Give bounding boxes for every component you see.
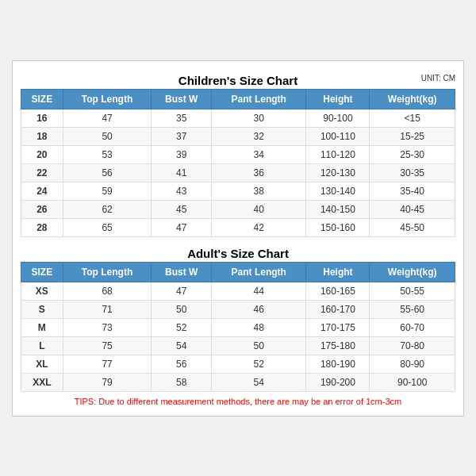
table-cell: S [21,300,63,318]
adult-title: Adult's Size Chart [187,247,289,260]
table-cell: 68 [63,282,152,300]
adult-col-bust-w: Bust W [152,262,212,282]
table-row: 18503732100-11015-25 [21,127,455,145]
table-cell: 70-80 [370,336,455,355]
table-cell: 40-45 [370,200,455,218]
table-cell: 24 [21,182,63,200]
children-col-bust-w: Bust W [152,89,212,109]
children-header-row: SIZE Top Length Bust W Pant Length Heigh… [21,89,455,109]
table-cell: 32 [212,127,306,145]
children-col-weight: Weight(kg) [370,89,455,109]
children-col-top-length: Top Length [63,89,152,109]
table-cell: 20 [21,145,63,163]
table-cell: 56 [152,355,212,373]
adult-header-row: SIZE Top Length Bust W Pant Length Heigh… [21,262,455,282]
table-row: 28654742150-16045-50 [21,218,455,236]
adult-col-height: Height [306,262,370,282]
table-cell: 35-40 [370,182,455,200]
table-row: 26624540140-15040-45 [21,200,455,218]
table-cell: 50-55 [370,282,455,300]
table-cell: 15-25 [370,127,455,145]
children-col-pant-length: Pant Length [212,89,306,109]
table-cell: 36 [212,163,306,182]
table-cell: 30 [212,109,306,127]
table-cell: 30-35 [370,163,455,182]
table-cell: XL [21,355,63,373]
table-cell: 77 [63,355,152,373]
table-cell: 190-200 [306,373,370,391]
table-cell: 73 [63,318,152,336]
table-cell: XXL [21,373,63,391]
table-cell: XS [21,282,63,300]
tips-text: TIPS: Due to different measurement metho… [21,392,455,408]
table-cell: 175-180 [306,336,370,355]
table-cell: 50 [63,127,152,145]
table-cell: 43 [152,182,212,200]
table-cell: 22 [21,163,63,182]
table-cell: 80-90 [370,355,455,373]
table-cell: 54 [212,373,306,391]
table-cell: 90-100 [370,373,455,391]
table-row: L755450175-18070-80 [21,336,455,355]
children-section-title: Children's Size Chart UNIT: CM [21,69,455,89]
table-cell: 44 [212,282,306,300]
table-cell: 75 [63,336,152,355]
table-cell: 37 [152,127,212,145]
table-row: XXL795854190-20090-100 [21,373,455,391]
table-row: S715046160-17055-60 [21,300,455,318]
table-cell: 65 [63,218,152,236]
adult-col-size: SIZE [21,262,63,282]
table-cell: 71 [63,300,152,318]
table-cell: 59 [63,182,152,200]
table-cell: 120-130 [306,163,370,182]
table-cell: 26 [21,200,63,218]
table-cell: <15 [370,109,455,127]
table-cell: 41 [152,163,212,182]
table-cell: 62 [63,200,152,218]
children-title: Children's Size Chart [178,74,298,87]
table-cell: 40 [212,200,306,218]
table-row: 22564136120-13030-35 [21,163,455,182]
table-row: 24594338130-14035-40 [21,182,455,200]
table-cell: 34 [212,145,306,163]
adult-col-pant-length: Pant Length [212,262,306,282]
table-cell: M [21,318,63,336]
table-cell: 150-160 [306,218,370,236]
table-cell: 54 [152,336,212,355]
table-cell: 52 [212,355,306,373]
table-cell: 160-165 [306,282,370,300]
table-cell: 53 [63,145,152,163]
table-cell: 45 [152,200,212,218]
adult-col-weight: Weight(kg) [370,262,455,282]
table-cell: 25-30 [370,145,455,163]
adult-table: SIZE Top Length Bust W Pant Length Heigh… [21,262,455,392]
table-cell: 38 [212,182,306,200]
children-table: SIZE Top Length Bust W Pant Length Heigh… [21,89,455,237]
children-col-height: Height [306,89,370,109]
table-cell: 50 [152,300,212,318]
table-cell: 50 [212,336,306,355]
table-cell: 180-190 [306,355,370,373]
table-cell: 79 [63,373,152,391]
table-cell: 47 [152,282,212,300]
table-row: XL775652180-19080-90 [21,355,455,373]
table-cell: 56 [63,163,152,182]
table-cell: 160-170 [306,300,370,318]
table-cell: 42 [212,218,306,236]
table-cell: 18 [21,127,63,145]
table-cell: L [21,336,63,355]
table-cell: 47 [152,218,212,236]
children-col-size: SIZE [21,89,63,109]
table-cell: 100-110 [306,127,370,145]
table-cell: 90-100 [306,109,370,127]
table-cell: 16 [21,109,63,127]
table-row: XS684744160-16550-55 [21,282,455,300]
table-cell: 110-120 [306,145,370,163]
table-cell: 52 [152,318,212,336]
table-cell: 140-150 [306,200,370,218]
table-cell: 55-60 [370,300,455,318]
table-cell: 39 [152,145,212,163]
table-cell: 60-70 [370,318,455,336]
table-row: M735248170-17560-70 [21,318,455,336]
chart-container: Children's Size Chart UNIT: CM SIZE Top … [12,60,464,416]
